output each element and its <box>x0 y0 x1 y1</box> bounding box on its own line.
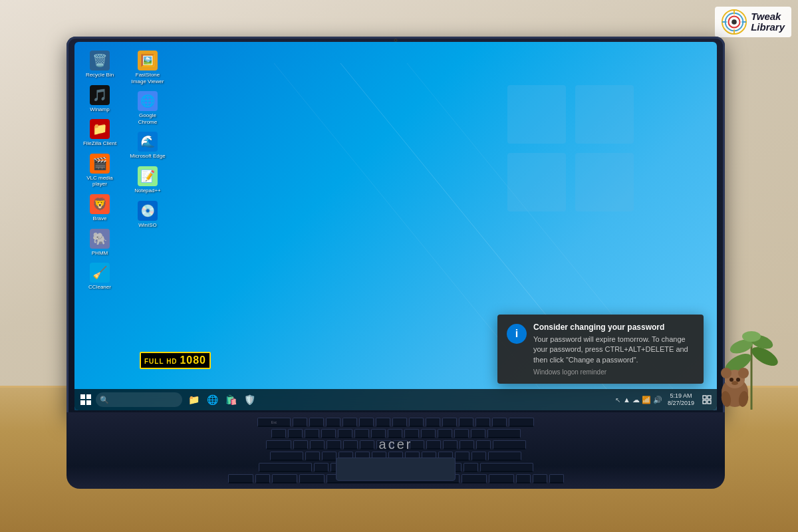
key-5[interactable] <box>354 429 369 438</box>
key-o[interactable] <box>426 440 441 450</box>
key-shift-left[interactable] <box>259 463 312 472</box>
windows-logo-watermark <box>504 82 637 215</box>
key-s[interactable] <box>322 452 336 461</box>
svg-rect-14 <box>575 153 634 211</box>
svg-rect-20 <box>708 396 711 399</box>
taskbar-pin-store[interactable]: 🛍️ <box>222 391 239 408</box>
taskbar-search[interactable]: 🔍 <box>96 392 182 407</box>
desktop-icon-winiso[interactable]: 💿 WinISO <box>128 199 168 231</box>
desktop-icon-edge[interactable]: 🌊 Microsoft Edge <box>128 130 168 162</box>
key-ctrl-right[interactable] <box>489 474 514 483</box>
desktop-icon-chrome[interactable]: 🌐 Google Chrome <box>128 89 168 127</box>
toast-body: Your password will expire tomorrow. To c… <box>533 334 694 365</box>
svg-rect-16 <box>86 394 91 399</box>
key-w[interactable] <box>310 440 325 450</box>
resolution-number: 1080 <box>180 354 206 366</box>
tray-volume[interactable]: 🔊 <box>653 396 662 404</box>
key-enter2[interactable] <box>488 452 521 461</box>
svg-rect-12 <box>575 85 634 144</box>
key-1[interactable] <box>288 429 303 438</box>
desktop-icon-recycle-bin[interactable]: 🗑️ Recycle Bin <box>80 49 120 80</box>
key-del[interactable] <box>509 418 534 427</box>
key-alt-gr[interactable] <box>462 474 487 483</box>
taskbar-tray: ↖ ▲ ☁ 📶 🔊 5:19 AM 8/27/2019 <box>615 392 714 407</box>
taskbar-pin-security[interactable]: 🛡️ <box>241 391 258 408</box>
laptop-base: Esc <box>66 412 725 489</box>
key-0[interactable] <box>438 429 452 438</box>
key-enter[interactable] <box>493 440 526 450</box>
laptop: 🗑️ Recycle Bin 🎵 Winamp 📁 FileZilla Clie… <box>66 37 725 489</box>
tray-wifi[interactable]: 📶 <box>642 396 651 404</box>
cursor-indicator: ↖ <box>615 396 620 404</box>
key-3[interactable] <box>321 429 336 438</box>
svg-point-3 <box>732 19 737 25</box>
desktop-icon-vlc[interactable]: 🎬 VLC media player <box>80 152 120 190</box>
svg-rect-21 <box>703 400 706 404</box>
svg-point-35 <box>732 381 738 385</box>
toast-info-icon: i <box>507 324 527 344</box>
taskbar-pinned-apps: 📁 🌐 🛍️ 🛡️ <box>185 391 258 408</box>
desktop-icon-brave[interactable]: 🦁 Brave <box>80 192 120 224</box>
key-r[interactable] <box>343 440 358 450</box>
key-e[interactable] <box>327 440 341 450</box>
svg-rect-17 <box>80 400 85 405</box>
key-tab[interactable] <box>266 440 291 450</box>
key-win[interactable] <box>272 474 297 483</box>
key-t[interactable] <box>360 440 374 450</box>
key-alt[interactable] <box>299 474 325 483</box>
toast-title: Consider changing your password <box>533 323 694 332</box>
svg-point-31 <box>721 368 732 378</box>
desktop-icon-notepad[interactable]: 📝 Notepad++ <box>128 164 168 196</box>
svg-rect-11 <box>507 85 566 144</box>
key-4[interactable] <box>338 429 352 438</box>
desktop-icon-ccleaner[interactable]: 🧹 CCleaner <box>80 261 120 293</box>
start-button[interactable] <box>77 391 94 408</box>
svg-point-32 <box>738 368 749 378</box>
key-q[interactable] <box>293 440 308 450</box>
full-hd-badge: FULL HD 1080 <box>140 352 211 369</box>
key-2[interactable] <box>305 429 319 438</box>
taskbar-pin-explorer[interactable]: 📁 <box>185 391 202 408</box>
search-icon: 🔍 <box>100 396 109 404</box>
svg-point-34 <box>736 378 740 382</box>
key-caps[interactable] <box>270 452 303 461</box>
toast-source: Windows logon reminder <box>533 368 694 376</box>
desktop-icons-area: 🗑️ Recycle Bin 🎵 Winamp 📁 FileZilla Clie… <box>80 49 173 328</box>
key-p[interactable] <box>443 440 458 450</box>
desktop-icon-winamp[interactable]: 🎵 Winamp <box>80 83 120 115</box>
key-9[interactable] <box>421 429 436 438</box>
tweak-logo-icon <box>722 9 747 35</box>
key-a[interactable] <box>305 452 320 461</box>
wooden-toy <box>712 362 758 409</box>
keyboard-row-fn: Esc <box>80 418 712 427</box>
svg-point-33 <box>730 378 733 382</box>
system-tray: ▲ ☁ 📶 🔊 <box>623 396 662 404</box>
svg-point-28 <box>742 331 761 342</box>
desktop-icon-phpmyadmin[interactable]: 🐘 PHMM <box>80 227 120 259</box>
svg-rect-13 <box>507 153 566 211</box>
taskbar-pin-chrome[interactable]: 🌐 <box>203 391 221 408</box>
key-backspace[interactable] <box>487 429 521 438</box>
full-hd-label: FULL HD <box>144 358 178 365</box>
acer-branding: acer <box>379 437 413 452</box>
key-shift-right[interactable] <box>480 463 533 472</box>
tray-network[interactable]: ☁ <box>632 396 640 404</box>
desktop-icon-filezilla[interactable]: 📁 FileZilla Client <box>80 117 120 149</box>
taskbar: 🔍 📁 🌐 🛍️ 🛡️ <box>74 389 717 410</box>
toast-notification[interactable]: i Consider changing your password Your p… <box>497 315 704 384</box>
desktop-icon-faststone[interactable]: 🖼️ FastStone Image Viewer <box>128 49 168 86</box>
key-fn[interactable] <box>255 474 270 483</box>
svg-rect-19 <box>703 396 706 399</box>
svg-rect-15 <box>80 394 85 399</box>
key-esc[interactable]: Esc <box>257 418 291 427</box>
tweak-library-logo: Tweak Library <box>715 7 791 37</box>
tweak-library-text: Tweak Library <box>751 11 785 33</box>
touchpad[interactable] <box>336 458 456 481</box>
key-z[interactable] <box>314 463 329 472</box>
toast-content: Consider changing your password Your pas… <box>533 323 694 376</box>
key-ctrl-left[interactable] <box>228 474 253 483</box>
svg-rect-22 <box>708 400 711 404</box>
tray-chevron[interactable]: ▲ <box>623 396 630 404</box>
svg-rect-18 <box>86 400 91 405</box>
taskbar-clock[interactable]: 5:19 AM 8/27/2019 <box>665 392 697 407</box>
